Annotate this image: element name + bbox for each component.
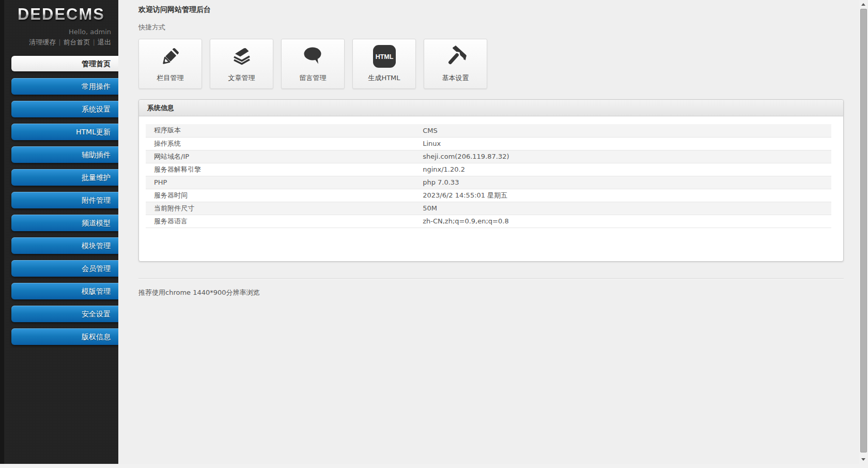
shortcut-card-article-management[interactable]: 文章管理 (210, 39, 273, 89)
shortcut-card-label: 栏目管理 (157, 73, 184, 83)
sidebar-item-template-management[interactable]: 模版管理 (11, 283, 118, 299)
shortcut-card-label: 留言管理 (300, 73, 327, 83)
sidebar-item-batch-maintenance[interactable]: 批量维护 (11, 169, 118, 186)
shortcut-card-label: 文章管理 (228, 73, 255, 83)
table-row: PHP php 7.0.33 (146, 176, 831, 189)
html-icon-text: HTML (375, 53, 393, 61)
shortcut-card-message-management[interactable]: 留言管理 (281, 39, 345, 89)
table-row: 服务器时间 2023/6/2 14:55:01 星期五 (146, 189, 831, 202)
sidebar-item-channel-model[interactable]: 频道模型 (11, 215, 118, 231)
row-value: 50M (414, 202, 831, 215)
row-label: 程序版本 (146, 124, 414, 137)
table-row: 程序版本 CMS (146, 124, 831, 137)
scroll-up-arrow-icon (861, 3, 865, 6)
html-icon: HTML (372, 39, 397, 73)
main-content: 欢迎访问网站管理后台 快捷方式 栏目管理 (118, 0, 859, 464)
sidebar-menu: 管理首页 常用操作 系统设置 HTML更新 辅助插件 批量维护 附件管理 频道模… (0, 56, 118, 345)
sidebar-edge-strip (0, 0, 4, 464)
row-value: CMS (414, 124, 831, 137)
row-label: 服务器时间 (146, 189, 414, 202)
sidebar-item-security-settings[interactable]: 安全设置 (11, 306, 118, 322)
vertical-scrollbar[interactable] (859, 0, 868, 464)
sidebar-item-module-management[interactable]: 模块管理 (11, 237, 118, 254)
pencil-icon (158, 39, 183, 73)
row-label: 网站域名/IP (146, 150, 414, 163)
hammer-icon (443, 39, 468, 73)
sidebar: DEDECMS Hello, admin 清理缓存|前台首页|退出 管理首页 常… (0, 0, 118, 464)
sidebar-item-member-management[interactable]: 会员管理 (11, 260, 118, 277)
sidebar-item-auxiliary-plugins[interactable]: 辅助插件 (11, 146, 118, 163)
sidebar-item-system-settings[interactable]: 系统设置 (11, 101, 118, 117)
row-value: Linux (414, 137, 831, 150)
link-separator: | (93, 38, 95, 46)
table-row: 操作系统 Linux (146, 137, 831, 150)
sidebar-item-attachment-management[interactable]: 附件管理 (11, 192, 118, 208)
row-value: nginx/1.20.2 (414, 163, 831, 176)
clear-cache-link[interactable]: 清理缓存 (29, 38, 56, 46)
front-page-link[interactable]: 前台首页 (64, 38, 90, 46)
row-value: 2023/6/2 14:55:01 星期五 (414, 189, 831, 202)
system-info-panel: 系统信息 程序版本 CMS 操作系统 Linux 网站域名/IP sheji.c… (138, 99, 844, 262)
system-info-body: 程序版本 CMS 操作系统 Linux 网站域名/IP sheji.com(20… (139, 116, 843, 261)
table-row: 当前附件尺寸 50M (146, 202, 831, 215)
system-info-table: 程序版本 CMS 操作系统 Linux 网站域名/IP sheji.com(20… (146, 124, 831, 228)
row-label: PHP (146, 176, 414, 189)
shortcut-card-label: 基本设置 (442, 73, 469, 83)
row-label: 当前附件尺寸 (146, 202, 414, 215)
footer-note: 推荐使用chrome 1440*900分辨率浏览 (138, 288, 844, 297)
system-info-title: 系统信息 (139, 100, 843, 116)
scroll-up-button[interactable] (859, 0, 868, 9)
scroll-down-button[interactable] (859, 455, 868, 464)
shortcut-cards: 栏目管理 文章管理 留言管理 (138, 39, 844, 89)
row-value: sheji.com(206.119.87.32) (414, 150, 831, 163)
scroll-down-arrow-icon (861, 458, 865, 461)
shortcut-card-generate-html[interactable]: HTML 生成HTML (352, 39, 416, 89)
row-value: zh-CN,zh;q=0.9,en;q=0.8 (414, 215, 831, 228)
account-links: 清理缓存|前台首页|退出 (0, 38, 118, 47)
shortcut-card-basic-settings[interactable]: 基本设置 (424, 39, 487, 89)
table-row: 服务器解释引擎 nginx/1.20.2 (146, 163, 831, 176)
row-label: 服务器解释引擎 (146, 163, 414, 176)
row-label: 服务器语言 (146, 215, 414, 228)
table-row: 服务器语言 zh-CN,zh;q=0.9,en;q=0.8 (146, 215, 831, 228)
page-title: 欢迎访问网站管理后台 (138, 0, 844, 14)
shortcut-card-label: 生成HTML (368, 73, 400, 83)
horizontal-scrollbar[interactable] (0, 464, 868, 468)
link-separator: | (58, 38, 60, 46)
sidebar-item-common-operations[interactable]: 常用操作 (11, 78, 118, 95)
sidebar-item-copyright-info[interactable]: 版权信息 (11, 328, 118, 345)
shortcut-card-column-management[interactable]: 栏目管理 (138, 39, 202, 89)
documents-icon (229, 39, 254, 73)
row-value: php 7.0.33 (414, 176, 831, 189)
dedecms-logo: DEDECMS (10, 5, 112, 24)
vertical-scrollbar-thumb[interactable] (860, 9, 867, 452)
sidebar-item-admin-home[interactable]: 管理首页 (11, 56, 118, 71)
footer-divider (138, 278, 844, 279)
row-label: 操作系统 (146, 137, 414, 150)
logout-link[interactable]: 退出 (98, 38, 111, 46)
sidebar-item-html-update[interactable]: HTML更新 (11, 124, 118, 140)
speech-bubble-icon (301, 39, 326, 73)
shortcuts-label: 快捷方式 (138, 23, 844, 32)
greeting-text: Hello, admin (0, 28, 118, 36)
table-row: 网站域名/IP sheji.com(206.119.87.32) (146, 150, 831, 163)
